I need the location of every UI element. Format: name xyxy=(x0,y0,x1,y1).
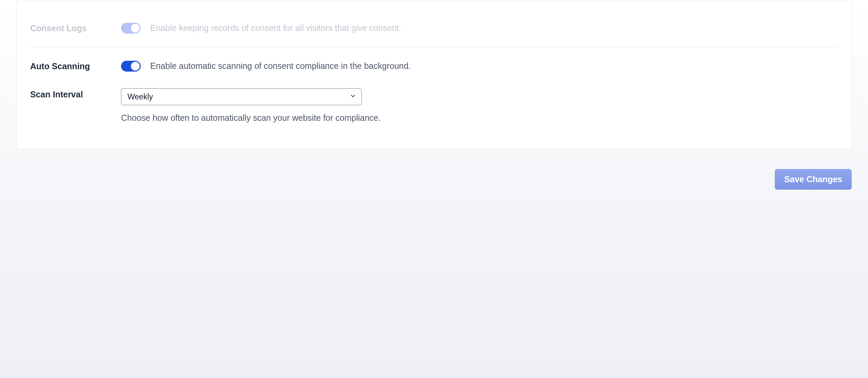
scan-interval-content: Weekly Choose how often to automatically… xyxy=(121,88,838,124)
scan-interval-label: Scan Interval xyxy=(30,88,121,99)
auto-scanning-row: Auto Scanning Enable automatic scanning … xyxy=(30,52,838,80)
save-changes-button[interactable]: Save Changes xyxy=(775,169,852,190)
auto-scanning-label: Auto Scanning xyxy=(30,60,121,71)
scan-interval-row: Scan Interval Weekly Choose how often to… xyxy=(30,80,838,132)
scan-interval-help: Choose how often to automatically scan y… xyxy=(121,112,838,124)
scan-interval-select[interactable]: Weekly xyxy=(121,88,362,105)
consent-logs-content: Enable keeping records of consent for al… xyxy=(121,22,838,34)
auto-scanning-toggle-line: Enable automatic scanning of consent com… xyxy=(121,60,838,72)
consent-logs-label: Consent Logs xyxy=(30,22,121,33)
section-divider xyxy=(30,47,838,47)
consent-logs-toggle[interactable] xyxy=(121,23,141,34)
consent-logs-toggle-line: Enable keeping records of consent for al… xyxy=(121,22,838,34)
settings-card: Consent Logs Enable keeping records of c… xyxy=(16,0,852,149)
auto-scanning-description: Enable automatic scanning of consent com… xyxy=(150,60,411,72)
consent-logs-row: Consent Logs Enable keeping records of c… xyxy=(30,14,838,42)
scan-interval-selected-value: Weekly xyxy=(127,92,153,101)
consent-logs-description: Enable keeping records of consent for al… xyxy=(150,22,401,34)
scan-interval-select-wrap: Weekly xyxy=(121,88,362,105)
auto-scanning-toggle[interactable] xyxy=(121,61,141,72)
footer: Save Changes xyxy=(16,169,852,190)
auto-scanning-content: Enable automatic scanning of consent com… xyxy=(121,60,838,72)
